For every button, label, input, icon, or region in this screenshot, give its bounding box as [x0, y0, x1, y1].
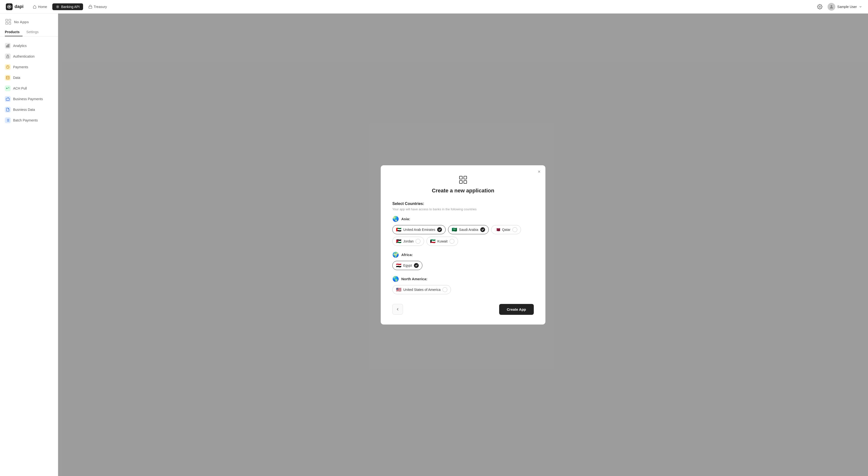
country-uae[interactable]: 🇦🇪 United Arab Emirates [392, 225, 445, 234]
north-america-countries: 🇺🇸 United States of America [392, 285, 534, 294]
svg-point-5 [831, 5, 832, 7]
egypt-label: Egypt [403, 264, 412, 267]
region-africa-label: Africa: [401, 252, 413, 257]
sidebar-item-authentication[interactable]: Authentication [0, 51, 58, 62]
modal-overlay: × Create a new application Select Countr… [58, 13, 868, 476]
svg-marker-1 [8, 6, 10, 7]
check-svg-2 [481, 228, 484, 231]
settings-button[interactable] [816, 3, 824, 11]
svg-rect-27 [464, 180, 467, 183]
business-data-icon [5, 107, 11, 112]
modal-close-button[interactable]: × [538, 169, 540, 174]
no-apps-label: No Apps [14, 20, 29, 24]
chevron-left-icon [396, 307, 400, 311]
user-menu[interactable]: Sample User [828, 3, 862, 11]
svg-rect-25 [464, 176, 467, 179]
svg-rect-12 [8, 44, 9, 47]
ach-pull-icon [5, 86, 11, 91]
asia-countries: 🇦🇪 United Arab Emirates 🇸🇦 Saudi Arabia [392, 225, 534, 246]
banking-api-icon [56, 5, 60, 9]
country-qatar[interactable]: 🇶🇦 Qatar [491, 225, 521, 234]
country-kuwait[interactable]: 🇰🇼 Kuwait [427, 237, 458, 246]
uae-check [437, 227, 442, 232]
batch-payments-icon [5, 117, 11, 123]
nav-treasury[interactable]: Treasury [85, 3, 111, 10]
svg-rect-8 [6, 22, 8, 24]
uae-flag: 🇦🇪 [396, 228, 401, 232]
qatar-label: Qatar [502, 228, 510, 232]
africa-flag-icon: 🌍 [392, 252, 399, 258]
nav-right: Sample User [816, 3, 862, 11]
topnav: dapi Home Banking API Treasury [0, 0, 868, 13]
usa-flag: 🇺🇸 [396, 287, 401, 292]
main-layout: No Apps Products Settings Analytics Auth… [0, 13, 868, 476]
egypt-flag: 🇪🇬 [396, 263, 401, 268]
saudi-check [480, 227, 485, 232]
svg-rect-17 [6, 98, 9, 100]
logo-area: dapi [6, 3, 24, 10]
sidebar-item-business-data[interactable]: Busniess Data [0, 104, 58, 115]
uae-label: United Arab Emirates [403, 228, 435, 232]
analytics-icon [5, 43, 11, 48]
dapi-logo-svg [7, 5, 11, 9]
back-button[interactable] [392, 304, 403, 315]
svg-point-4 [819, 6, 820, 7]
sidebar-header: No Apps [0, 19, 58, 28]
region-asia-label: Asia: [401, 217, 410, 221]
check-svg [438, 228, 441, 231]
home-icon [33, 5, 37, 9]
svg-point-15 [6, 76, 9, 77]
check-svg-3 [415, 264, 418, 267]
jordan-flag: 🇯🇴 [396, 239, 401, 243]
svg-rect-24 [459, 176, 462, 179]
app-icon [458, 175, 468, 184]
payments-icon [5, 64, 11, 70]
select-countries-label: Select Countries: [392, 202, 534, 206]
tab-products[interactable]: Products [5, 28, 23, 36]
sidebar-item-batch-payments[interactable]: Batch Payments [0, 115, 58, 126]
sidebar-item-data[interactable]: Data [0, 72, 58, 83]
svg-point-2 [57, 6, 58, 7]
svg-rect-9 [9, 22, 11, 24]
tab-settings[interactable]: Settings [26, 28, 42, 36]
sidebar-item-payments[interactable]: Payments [0, 62, 58, 72]
country-egypt[interactable]: 🇪🇬 Egypt [392, 261, 423, 270]
jordan-label: Jordan [403, 239, 414, 243]
region-asia-header: 🌏 Asia: [392, 216, 534, 222]
region-north-america: 🌎 North America: 🇺🇸 United States of Ame… [392, 276, 534, 294]
nav-banking-api[interactable]: Banking API [52, 3, 83, 10]
kuwait-flag: 🇰🇼 [430, 239, 435, 243]
north-america-flag-icon: 🌎 [392, 276, 399, 282]
qatar-radio [513, 227, 517, 232]
logo-icon [6, 3, 12, 10]
region-africa-header: 🌍 Africa: [392, 252, 534, 258]
nav-home[interactable]: Home [29, 3, 51, 10]
modal-title: Create a new application [392, 188, 534, 194]
create-app-button[interactable]: Create App [499, 304, 534, 315]
country-usa[interactable]: 🇺🇸 United States of America [392, 285, 451, 294]
usa-radio [442, 287, 447, 292]
svg-rect-6 [6, 20, 8, 21]
country-saudi[interactable]: 🇸🇦 Saudi Arabia [448, 225, 489, 234]
sidebar-item-business-payments[interactable]: Business Payments [0, 94, 58, 104]
sidebar-item-analytics[interactable]: Analytics [0, 40, 58, 51]
region-north-america-header: 🌎 North America: [392, 276, 534, 282]
business-payments-icon [5, 96, 11, 102]
kuwait-radio [450, 239, 454, 244]
qatar-flag: 🇶🇦 [495, 228, 500, 232]
svg-rect-10 [6, 46, 7, 47]
content-area: × Create a new application Select Countr… [58, 13, 868, 476]
data-icon [5, 75, 11, 80]
region-asia: 🌏 Asia: 🇦🇪 United Arab Emirates [392, 216, 534, 246]
modal-footer: Create App [392, 304, 534, 315]
saudi-flag: 🇸🇦 [452, 228, 457, 232]
gear-icon [817, 4, 823, 9]
country-jordan[interactable]: 🇯🇴 Jordan [392, 237, 424, 246]
create-app-modal: × Create a new application Select Countr… [381, 165, 546, 325]
svg-rect-11 [7, 45, 8, 47]
egypt-check [414, 263, 419, 268]
treasury-icon [88, 5, 92, 9]
modal-icon [392, 175, 534, 184]
user-avatar [828, 3, 835, 11]
sidebar-item-ach-pull[interactable]: ACH Pull [0, 83, 58, 94]
